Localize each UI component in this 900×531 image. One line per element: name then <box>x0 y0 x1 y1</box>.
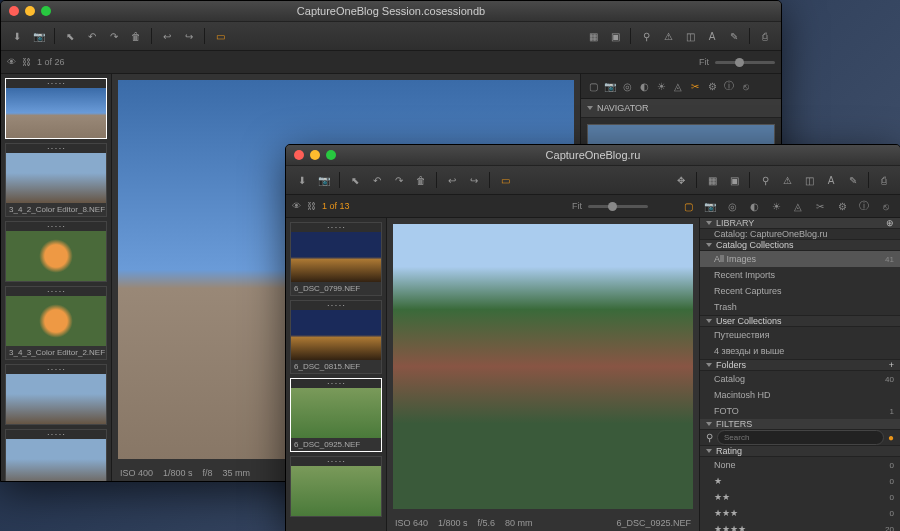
eye-icon[interactable]: 👁 <box>7 57 16 67</box>
link-icon[interactable]: ⛓ <box>22 57 31 67</box>
thumbnail[interactable]: · · · · ·3_4_3_Color Editor_3.NEF <box>5 429 107 481</box>
link-icon[interactable]: ⛓ <box>307 201 316 211</box>
meta-tab-icon[interactable]: ⓘ <box>721 78 737 94</box>
print-icon[interactable]: ⎙ <box>755 26 775 46</box>
library-tab-icon[interactable]: ▢ <box>585 78 601 94</box>
process-icon[interactable]: ▭ <box>495 170 515 190</box>
close-button[interactable] <box>294 150 304 160</box>
clear-icon[interactable]: ● <box>888 432 894 443</box>
eyedrop-icon[interactable]: ⚲ <box>755 170 775 190</box>
exposure-tab-icon[interactable]: ☀ <box>768 198 784 214</box>
close-button[interactable] <box>9 6 19 16</box>
adjust-tab-icon[interactable]: ⚙ <box>704 78 720 94</box>
crop-tab-icon[interactable]: ✂ <box>812 198 828 214</box>
eyedrop-icon[interactable]: ⚲ <box>636 26 656 46</box>
thumbnail-browser[interactable]: · · · · ·· · · · ·3_4_2_Color Editor_8.N… <box>1 74 112 481</box>
titlebar[interactable]: CaptureOneBlog.ru <box>286 145 900 166</box>
capture-tab-icon[interactable]: 📷 <box>702 198 718 214</box>
folder-item[interactable]: Macintosh HD <box>700 387 900 403</box>
collection-item[interactable]: All Images41 <box>700 251 900 267</box>
cursor-icon[interactable]: ⬉ <box>345 170 365 190</box>
thumbnail-browser[interactable]: · · · · ·6_DSC_0799.NEF· · · · ·6_DSC_08… <box>286 218 387 531</box>
collection-item[interactable]: Trash <box>700 299 900 315</box>
edit-icon[interactable]: ✎ <box>843 170 863 190</box>
print-icon[interactable]: ⎙ <box>874 170 894 190</box>
capture-icon[interactable]: 📷 <box>314 170 334 190</box>
rotate-left-icon[interactable]: ↶ <box>367 170 387 190</box>
exposure-tab-icon[interactable]: ☀ <box>653 78 669 94</box>
warning-icon[interactable]: ⚠ <box>777 170 797 190</box>
thumbnail[interactable]: · · · · ·3_4_2_Color Editor_8.NEF <box>5 143 107 217</box>
thumbnail[interactable]: · · · · ·6_DSC_0815.NEF <box>290 300 382 374</box>
search-input[interactable] <box>717 430 884 445</box>
lens-tab-icon[interactable]: ◎ <box>619 78 635 94</box>
viewer-icon[interactable]: ▣ <box>605 26 625 46</box>
lens-tab-icon[interactable]: ◎ <box>724 198 740 214</box>
zoom-slider[interactable] <box>588 205 648 208</box>
viewer-icon[interactable]: ▣ <box>724 170 744 190</box>
text-icon[interactable]: A <box>821 170 841 190</box>
pan-icon[interactable]: ✥ <box>671 170 691 190</box>
rotate-right-icon[interactable]: ↷ <box>389 170 409 190</box>
output-tab-icon[interactable]: ⎋ <box>878 198 894 214</box>
filters-header[interactable]: FILTERS <box>700 419 900 430</box>
thumbnail[interactable]: · · · · ·6_DSC_0925.NEF <box>290 378 382 452</box>
folder-item[interactable]: Catalog40 <box>700 371 900 387</box>
capture-tab-icon[interactable]: 📷 <box>602 78 618 94</box>
adjust-tab-icon[interactable]: ⚙ <box>834 198 850 214</box>
details-tab-icon[interactable]: ◬ <box>790 198 806 214</box>
rating-filter[interactable]: ★0 <box>700 473 900 489</box>
edit-icon[interactable]: ✎ <box>724 26 744 46</box>
undo-icon[interactable]: ↩ <box>442 170 462 190</box>
collection-item[interactable]: 4 звезды и выше <box>700 343 900 359</box>
thumbnail[interactable]: · · · · ·6_DSC_0799.NEF <box>290 222 382 296</box>
crop-tab-icon[interactable]: ✂ <box>687 78 703 94</box>
color-tab-icon[interactable]: ◐ <box>636 78 652 94</box>
import-icon[interactable]: ⬇ <box>7 26 27 46</box>
annotate-icon[interactable]: ◫ <box>680 26 700 46</box>
color-tab-icon[interactable]: ◐ <box>746 198 762 214</box>
add-icon[interactable]: ⊕ <box>886 218 894 228</box>
viewer-image[interactable] <box>393 224 693 509</box>
zoom-button[interactable] <box>41 6 51 16</box>
warning-icon[interactable]: ⚠ <box>658 26 678 46</box>
text-icon[interactable]: A <box>702 26 722 46</box>
collection-item[interactable]: Путешествия <box>700 327 900 343</box>
thumbnail[interactable]: · · · · · <box>290 456 382 517</box>
redo-icon[interactable]: ↪ <box>179 26 199 46</box>
rotate-right-icon[interactable]: ↷ <box>104 26 124 46</box>
rating-filter[interactable]: None0 <box>700 457 900 473</box>
thumbnail[interactable]: · · · · · <box>5 221 107 282</box>
thumbnail[interactable]: · · · · · <box>5 78 107 139</box>
trash-icon[interactable]: 🗑 <box>126 26 146 46</box>
trash-icon[interactable]: 🗑 <box>411 170 431 190</box>
folder-item[interactable]: FOTO1 <box>700 403 900 419</box>
output-tab-icon[interactable]: ⎋ <box>738 78 754 94</box>
rating-filter[interactable]: ★★0 <box>700 489 900 505</box>
eye-icon[interactable]: 👁 <box>292 201 301 211</box>
navigator-header[interactable]: NAVIGATOR <box>581 99 781 118</box>
thumbnail[interactable]: · · · · · <box>5 364 107 425</box>
zoom-slider[interactable] <box>715 61 775 64</box>
grid-icon[interactable]: ▦ <box>702 170 722 190</box>
process-icon[interactable]: ▭ <box>210 26 230 46</box>
rating-section[interactable]: Rating <box>700 445 900 457</box>
zoom-button[interactable] <box>326 150 336 160</box>
library-tab-icon[interactable]: ▢ <box>680 198 696 214</box>
folders-section[interactable]: Folders+ <box>700 359 900 371</box>
meta-tab-icon[interactable]: ⓘ <box>856 198 872 214</box>
library-header[interactable]: LIBRARY⊕ <box>700 218 900 229</box>
catalog-collections-section[interactable]: Catalog Collections <box>700 239 900 251</box>
zoom-fit-label[interactable]: Fit <box>699 57 709 67</box>
redo-icon[interactable]: ↪ <box>464 170 484 190</box>
grid-icon[interactable]: ▦ <box>583 26 603 46</box>
titlebar[interactable]: CaptureOneBlog Session.cosessiondb <box>1 1 781 22</box>
user-collections-section[interactable]: User Collections <box>700 315 900 327</box>
cursor-icon[interactable]: ⬉ <box>60 26 80 46</box>
minimize-button[interactable] <box>310 150 320 160</box>
annotate-icon[interactable]: ◫ <box>799 170 819 190</box>
minimize-button[interactable] <box>25 6 35 16</box>
import-icon[interactable]: ⬇ <box>292 170 312 190</box>
capture-icon[interactable]: 📷 <box>29 26 49 46</box>
add-folder-icon[interactable]: + <box>889 360 894 370</box>
